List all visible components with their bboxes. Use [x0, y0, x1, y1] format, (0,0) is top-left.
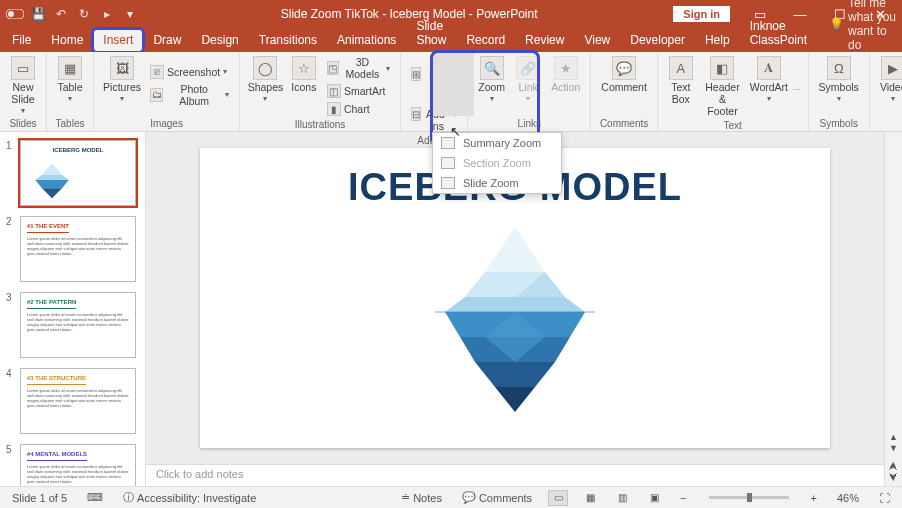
tab-view[interactable]: View	[574, 29, 620, 52]
slideshow-view-button[interactable]: ▣	[644, 490, 664, 506]
thumb-number: 3	[6, 292, 16, 358]
tab-file[interactable]: File	[2, 29, 41, 52]
slide-indicator[interactable]: Slide 1 of 5	[8, 492, 71, 504]
symbols-button[interactable]: ΩSymbols▾	[815, 54, 863, 117]
thumb-number: 5	[6, 444, 16, 486]
tab-insert[interactable]: Insert	[93, 29, 143, 52]
group-illustrations: Illustrations	[246, 118, 394, 132]
qat-more-icon[interactable]: ▾	[119, 3, 141, 25]
wordart-button[interactable]: 𝐀WordArt▾	[747, 54, 790, 119]
screenshot-button[interactable]: ⎚Screenshot ▾	[146, 63, 233, 81]
pictures-button[interactable]: 🖼Pictures▾	[100, 54, 144, 117]
photo-album-icon: 🗂	[150, 88, 163, 102]
slide-thumbnail[interactable]: #2 THE PATTERNLorem ipsum dolor sit amet…	[20, 292, 136, 358]
svg-marker-2	[42, 163, 62, 175]
slide-thumbnail-pane[interactable]: 1ICEBERG MODEL2#1 THE EVENTLorem ipsum d…	[0, 132, 146, 486]
redo-icon[interactable]: ↻	[73, 3, 95, 25]
sorter-view-button[interactable]: ▦	[580, 490, 600, 506]
normal-view-button[interactable]: ▭	[548, 490, 568, 506]
reading-view-button[interactable]: ▥	[612, 490, 632, 506]
tellme-search[interactable]: 💡Tell me what you want to do	[829, 0, 902, 52]
chart-button[interactable]: ▮Chart	[323, 100, 394, 118]
slide-zoom-icon	[441, 177, 455, 189]
bulb-icon: 💡	[829, 17, 844, 31]
header-footer-button[interactable]: ◧Header & Footer	[700, 54, 745, 119]
thumb-number: 2	[6, 216, 16, 282]
autosave-toggle[interactable]	[4, 3, 26, 25]
tab-slideshow[interactable]: Slide Show	[406, 15, 456, 52]
scroll-down-icon[interactable]: ▼	[889, 443, 898, 453]
group-slides: Slides	[6, 117, 40, 131]
tab-draw[interactable]: Draw	[143, 29, 191, 52]
tab-home[interactable]: Home	[41, 29, 93, 52]
zoom-in-button[interactable]: +	[807, 492, 821, 504]
comment-button[interactable]: 💬Comment	[597, 54, 651, 117]
group-images: Images	[100, 117, 233, 131]
menu-slide-zoom[interactable]: Slide Zoom	[433, 173, 561, 193]
new-slide-button[interactable]: ▭New Slide▾	[6, 54, 40, 117]
fit-to-window-button[interactable]: ⛶	[875, 492, 894, 504]
zoom-percent[interactable]: 46%	[833, 492, 863, 504]
iceberg-graphic	[410, 217, 620, 417]
photo-album-button[interactable]: 🗂Photo Album ▾	[146, 81, 233, 109]
action-icon: ★	[554, 56, 578, 80]
table-button[interactable]: ▦Table▾	[53, 54, 87, 117]
group-links: Links	[474, 117, 584, 131]
slide-thumbnail[interactable]: ICEBERG MODEL	[20, 140, 136, 206]
group-text: Text	[664, 119, 802, 133]
svg-marker-13	[475, 362, 555, 387]
svg-marker-6	[485, 227, 545, 272]
shapes-icon: ◯	[253, 56, 277, 80]
vertical-scrollbar[interactable]: ▲ ▼ ⮝ ⮟	[884, 132, 902, 486]
wordart-icon: 𝐀	[757, 56, 781, 80]
link-button[interactable]: 🔗Link▾	[511, 54, 545, 117]
signin-button[interactable]: Sign in	[673, 6, 730, 22]
my-addins-icon: ⊟	[411, 107, 421, 121]
undo-icon[interactable]: ↶	[50, 3, 72, 25]
svg-marker-5	[42, 188, 62, 198]
save-icon[interactable]: 💾	[27, 3, 49, 25]
screenshot-icon: ⎚	[150, 65, 164, 79]
accessibility-button[interactable]: ⓘAccessibility: Investigate	[119, 490, 260, 505]
tab-transitions[interactable]: Transitions	[249, 29, 327, 52]
svg-marker-4	[35, 180, 68, 188]
textbox-button[interactable]: AText Box	[664, 54, 698, 119]
video-button[interactable]: ▶Video▾	[876, 54, 902, 117]
tab-classpoint[interactable]: Inknoe ClassPoint	[740, 15, 817, 52]
slide-thumbnail[interactable]: #3 THE STRUCTURELorem ipsum dolor sit am…	[20, 368, 136, 434]
zoom-slider[interactable]	[709, 496, 789, 499]
zoom-button[interactable]: 🔍Zoom▾	[474, 54, 509, 117]
ribbon-tabs: File Home Insert Draw Design Transitions…	[0, 28, 902, 52]
svg-marker-3	[35, 175, 68, 180]
tab-record[interactable]: Record	[456, 29, 515, 52]
smartart-button[interactable]: ◫SmartArt	[323, 82, 394, 100]
tab-animations[interactable]: Animations	[327, 29, 406, 52]
shapes-button[interactable]: ◯Shapes▾	[246, 54, 285, 118]
3d-models-button[interactable]: ◳3D Models ▾	[323, 54, 394, 82]
thumb-number: 4	[6, 368, 16, 434]
tab-help[interactable]: Help	[695, 29, 740, 52]
slide-thumbnail[interactable]: #1 THE EVENTLorem ipsum dolor sit amet c…	[20, 216, 136, 282]
menu-section-zoom[interactable]: Section Zoom	[433, 153, 561, 173]
svg-marker-9	[445, 297, 585, 312]
language-indicator[interactable]: ⌨	[83, 491, 107, 504]
tab-review[interactable]: Review	[515, 29, 574, 52]
prev-slide-icon[interactable]: ⮝	[889, 461, 898, 471]
tab-developer[interactable]: Developer	[620, 29, 695, 52]
tab-design[interactable]: Design	[191, 29, 248, 52]
icons-icon: ☆	[292, 56, 316, 80]
notes-pane[interactable]: Click to add notes	[146, 464, 884, 486]
zoom-out-button[interactable]: −	[676, 492, 690, 504]
video-icon: ▶	[881, 56, 902, 80]
comments-toggle[interactable]: 💬 Comments	[458, 491, 536, 504]
action-button[interactable]: ★Action	[547, 54, 584, 117]
startfrom-icon[interactable]: ▸	[96, 3, 118, 25]
next-slide-icon[interactable]: ⮟	[889, 472, 898, 482]
icons-button[interactable]: ☆Icons	[287, 54, 321, 118]
ribbon: ▭New Slide▾ Slides ▦Table▾ Tables 🖼Pictu…	[0, 52, 902, 132]
notes-toggle[interactable]: ≐ Notes	[397, 491, 446, 504]
svg-point-1	[8, 11, 14, 17]
slide-thumbnail[interactable]: #4 MENTAL MODELSLorem ipsum dolor sit am…	[20, 444, 136, 486]
symbols-icon: Ω	[827, 56, 851, 80]
scroll-up-icon[interactable]: ▲	[889, 432, 898, 442]
